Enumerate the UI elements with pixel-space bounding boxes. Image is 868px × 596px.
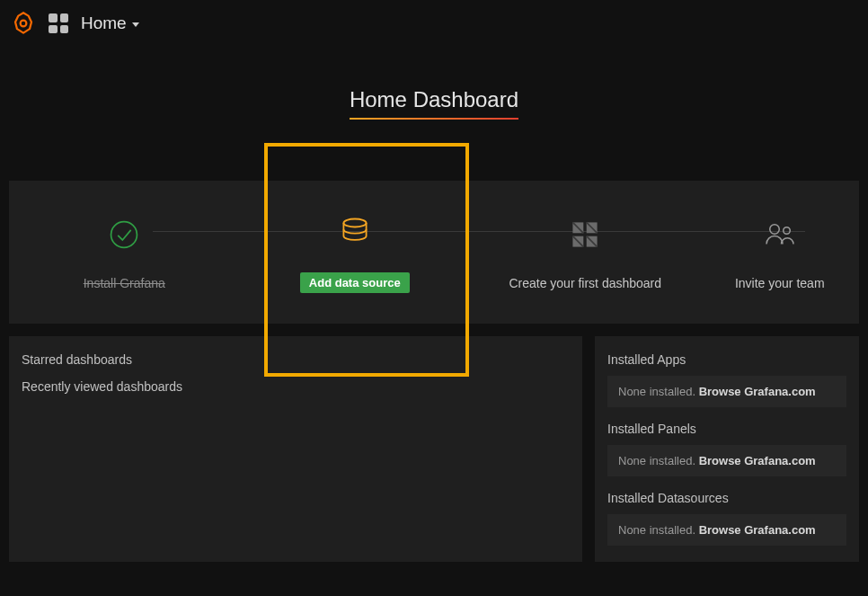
breadcrumb-home[interactable]: Home: [81, 13, 139, 33]
plugins-panel: Installed Apps None installed. Browse Gr…: [595, 336, 859, 562]
step-label: Invite your team: [735, 276, 825, 290]
installed-panels-heading: Installed Panels: [607, 422, 846, 436]
svg-point-0: [21, 21, 27, 27]
add-data-source-button[interactable]: Add data source: [300, 272, 410, 293]
svg-point-1: [111, 221, 137, 247]
installed-apps-box: None installed. Browse Grafana.com: [607, 376, 846, 407]
none-installed-text: None installed.: [618, 523, 699, 537]
none-installed-text: None installed.: [618, 454, 699, 467]
onboarding-panel: Install Grafana Add data source: [9, 181, 859, 324]
browse-grafana-link[interactable]: Browse Grafana.com: [699, 385, 816, 398]
navbar: Home: [0, 0, 868, 47]
dashboard-grid-icon[interactable]: [49, 13, 68, 33]
grafana-logo-icon[interactable]: [11, 11, 36, 36]
installed-datasources-heading: Installed Datasources: [607, 491, 846, 505]
installed-datasources-box: None installed. Browse Grafana.com: [607, 514, 846, 546]
step-label: Create your first dashboard: [509, 276, 661, 290]
step-create-dashboard[interactable]: Create your first dashboard: [486, 218, 684, 290]
step-add-data-source[interactable]: Add data source: [256, 215, 454, 293]
installed-apps-heading: Installed Apps: [607, 352, 846, 367]
svg-point-11: [770, 224, 780, 234]
step-invite-team[interactable]: Invite your team: [717, 218, 843, 290]
recent-heading: Recently viewed dashboards: [22, 379, 570, 394]
check-circle-icon: [108, 218, 140, 251]
starred-heading: Starred dashboards: [22, 352, 570, 367]
lower-panels: Starred dashboards Recently viewed dashb…: [9, 336, 859, 562]
dashboards-panel: Starred dashboards Recently viewed dashb…: [9, 336, 582, 562]
browse-grafana-link[interactable]: Browse Grafana.com: [699, 523, 816, 537]
page-title: Home Dashboard: [350, 87, 518, 120]
database-icon: [339, 215, 371, 247]
svg-point-12: [784, 227, 791, 234]
breadcrumb-label: Home: [81, 13, 127, 33]
chevron-down-icon: [132, 22, 139, 27]
svg-point-2: [343, 219, 366, 227]
installed-panels-box: None installed. Browse Grafana.com: [607, 445, 846, 476]
panels-grid-icon: [569, 218, 601, 251]
step-label: Install Grafana: [84, 276, 165, 290]
none-installed-text: None installed.: [618, 385, 699, 398]
page-title-wrap: Home Dashboard: [0, 87, 868, 120]
browse-grafana-link[interactable]: Browse Grafana.com: [699, 454, 816, 467]
step-connector-line: [153, 231, 805, 232]
step-install-grafana[interactable]: Install Grafana: [25, 218, 223, 290]
users-icon: [764, 218, 796, 251]
